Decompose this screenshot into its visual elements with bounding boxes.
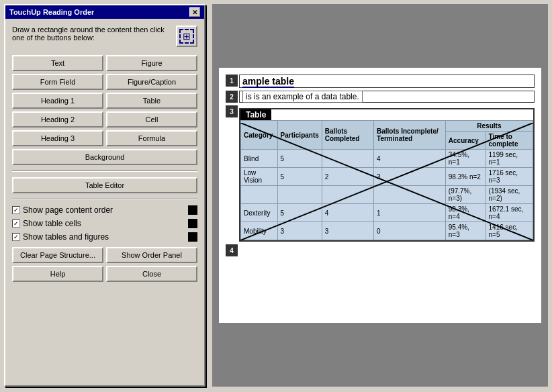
show-table-cells-label: Show table cells bbox=[23, 219, 81, 228]
body-text: is is an example of a data table. bbox=[242, 91, 363, 103]
show-tables-figures-checkbox[interactable]: ✓ bbox=[12, 233, 20, 241]
heading-row: 1 ample table bbox=[226, 75, 535, 88]
cell-incomplete-mobility: 0 bbox=[374, 222, 446, 240]
cell-time-dexterity: 1672.1 sec, n=4 bbox=[486, 204, 533, 222]
show-page-order-label: Show page content order bbox=[23, 205, 113, 215]
checkbox-row-page-order: ✓ Show page content order bbox=[12, 205, 197, 215]
cell-completed-dexterity: 4 bbox=[322, 204, 373, 222]
cell-category-lowvision: Low Vision bbox=[241, 168, 278, 186]
background-button[interactable]: Background bbox=[12, 149, 197, 165]
clear-page-structure-button[interactable]: Clear Page Structure... bbox=[12, 247, 103, 263]
table-wrapper: Table Category Participants Ballots Comp… bbox=[239, 108, 535, 242]
table-cells-color bbox=[188, 219, 197, 228]
button-grid-row5: Heading 3 Formula bbox=[12, 130, 197, 146]
cell-time-blind: 1199 sec, n=1 bbox=[486, 150, 533, 168]
instruction-text: Draw a rectangle around the content then… bbox=[12, 26, 171, 42]
cell-accuracy-dexterity: 98.3%, n=4 bbox=[445, 204, 486, 222]
cell-incomplete-extra bbox=[374, 186, 446, 204]
cell-participants-lowvision: 5 bbox=[277, 168, 322, 186]
show-page-order-checkbox[interactable]: ✓ bbox=[12, 206, 20, 214]
bottom-buttons: Clear Page Structure... Show Order Panel… bbox=[12, 247, 197, 282]
body-row: 2 is is an example of a data table. bbox=[226, 91, 535, 103]
button-grid-row2: Form Field Figure/Caption bbox=[12, 74, 197, 90]
col-header-accuracy: Accuracy bbox=[445, 132, 486, 150]
show-tables-figures-label: Show tables and figures bbox=[23, 232, 109, 242]
cell-button[interactable]: Cell bbox=[106, 111, 197, 128]
col-header-time: Time to complete bbox=[486, 132, 533, 150]
checkbox-row-table-cells: ✓ Show table cells bbox=[12, 219, 197, 228]
button-grid-row4: Heading 2 Cell bbox=[12, 111, 197, 128]
table-row: Mobility 3 3 0 95.4%, n=3 1416 sec, n=5 bbox=[241, 222, 533, 240]
table-row: Dexterity 5 4 1 98.3%, n=4 1672.1 sec, n… bbox=[241, 204, 533, 222]
pdf-page: 1 ample table 2 is is an example of a da… bbox=[219, 68, 541, 323]
heading-text: ample table bbox=[242, 76, 294, 88]
button-grid-row1: Text Figure bbox=[12, 55, 197, 71]
cell-incomplete-blind: 4 bbox=[374, 150, 446, 168]
cell-completed-mobility: 3 bbox=[322, 222, 373, 240]
body-box: is is an example of a data table. bbox=[239, 91, 535, 103]
col-header-ballots-completed: Ballots Completed bbox=[322, 121, 373, 150]
row4: 4 bbox=[226, 244, 535, 256]
close-icon[interactable]: ✕ bbox=[189, 7, 200, 17]
separator1 bbox=[12, 170, 197, 172]
cell-incomplete-lowvision: 3 bbox=[374, 168, 446, 186]
cell-accuracy-extra: (97.7%, n=3) bbox=[445, 186, 486, 204]
cell-completed-lowvision: 2 bbox=[322, 168, 373, 186]
figure-button[interactable]: Figure bbox=[106, 55, 197, 71]
dialog-title-bar: TouchUp Reading Order ✕ bbox=[5, 5, 204, 19]
cell-time-mobility: 1416 sec, n=5 bbox=[486, 222, 533, 240]
cell-time-extra: (1934 sec, n=2) bbox=[486, 186, 533, 204]
heading1-button[interactable]: Heading 1 bbox=[12, 93, 103, 109]
table-button[interactable]: Table bbox=[106, 93, 197, 109]
cell-completed-extra bbox=[322, 186, 373, 204]
button-grid-row3: Heading 1 Table bbox=[12, 93, 197, 109]
table-row-container: 3 Table Category Participants Ballots Co… bbox=[226, 105, 535, 242]
dialog-title: TouchUp Reading Order bbox=[9, 8, 94, 16]
text-button[interactable]: Text bbox=[12, 55, 103, 71]
show-table-cells-checkbox[interactable]: ✓ bbox=[12, 219, 20, 228]
cell-category-extra bbox=[241, 186, 278, 204]
formula-button[interactable]: Formula bbox=[106, 130, 197, 146]
table-row: Low Vision 5 2 3 98.3% n=2 1716 sec, n=3 bbox=[241, 168, 533, 186]
col-header-ballots-incomplete: Ballots Incomplete/ Terminated bbox=[374, 121, 446, 150]
form-field-button[interactable]: Form Field bbox=[12, 74, 103, 90]
cell-accuracy-lowvision: 98.3% n=2 bbox=[445, 168, 486, 186]
heading-box: ample table bbox=[239, 75, 535, 88]
figure-caption-button[interactable]: Figure/Caption bbox=[106, 74, 197, 90]
show-order-panel-button[interactable]: Show Order Panel bbox=[106, 247, 197, 263]
order-tag-4: 4 bbox=[226, 244, 238, 256]
cell-participants-mobility: 3 bbox=[277, 222, 322, 240]
heading3-button[interactable]: Heading 3 bbox=[12, 130, 103, 146]
col-header-participants: Participants bbox=[277, 121, 322, 150]
order-tag-2: 2 bbox=[226, 91, 238, 103]
col-header-category: Category bbox=[241, 121, 278, 150]
cell-participants-blind: 5 bbox=[277, 150, 322, 168]
checkbox-row-tables-figures: ✓ Show tables and figures bbox=[12, 232, 197, 242]
separator2 bbox=[12, 199, 197, 200]
cell-accuracy-mobility: 95.4%, n=3 bbox=[445, 222, 486, 240]
cell-participants-dexterity: 5 bbox=[277, 204, 322, 222]
col-header-results: Results bbox=[445, 121, 533, 132]
order-tag-3: 3 bbox=[226, 105, 238, 117]
cell-participants-extra bbox=[277, 186, 322, 204]
table-label: Table bbox=[240, 109, 271, 120]
cell-accuracy-blind: 34.5%, n=1 bbox=[445, 150, 486, 168]
cell-category-mobility: Mobility bbox=[241, 222, 278, 240]
table-editor-button[interactable]: Table Editor bbox=[12, 177, 197, 193]
tables-figures-color bbox=[188, 232, 197, 242]
checkbox-area: ✓ Show page content order ✓ Show table c… bbox=[12, 205, 197, 242]
cell-incomplete-dexterity: 1 bbox=[374, 204, 446, 222]
cell-category-blind: Blind bbox=[241, 150, 278, 168]
close-button[interactable]: Close bbox=[106, 266, 197, 282]
page-order-color bbox=[188, 205, 197, 215]
pdf-preview-area: 1 ample table 2 is is an example of a da… bbox=[212, 4, 548, 387]
help-button[interactable]: Help bbox=[12, 266, 103, 282]
order-tag-1: 1 bbox=[226, 75, 238, 87]
cell-completed-blind bbox=[322, 150, 373, 168]
draw-rectangle-icon: ⊞ bbox=[176, 26, 197, 47]
data-table: Category Participants Ballots Completed … bbox=[240, 120, 533, 240]
heading2-button[interactable]: Heading 2 bbox=[12, 111, 103, 128]
touchup-reading-order-dialog: TouchUp Reading Order ✕ Draw a rectangle… bbox=[4, 4, 205, 387]
table-row: (97.7%, n=3) (1934 sec, n=2) bbox=[241, 186, 533, 204]
cell-time-lowvision: 1716 sec, n=3 bbox=[486, 168, 533, 186]
